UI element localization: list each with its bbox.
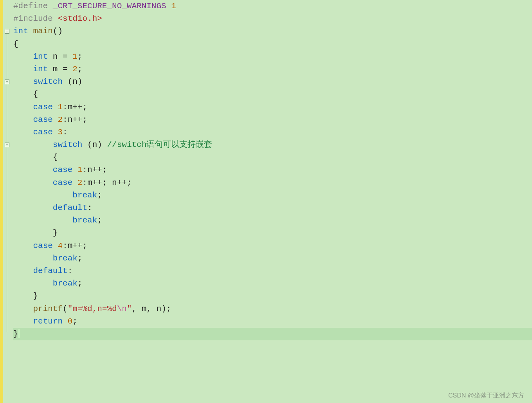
number-literal: 2 <box>78 178 83 187</box>
code-line[interactable]: { <box>13 88 532 101</box>
code-line[interactable]: } <box>13 290 532 302</box>
code-line[interactable]: switch (n) <box>13 76 532 88</box>
number-literal: 2 <box>58 115 63 124</box>
keyword: case <box>33 103 52 112</box>
number-literal: 1 <box>78 165 83 174</box>
code-line[interactable]: { <box>13 38 532 51</box>
code-line[interactable]: int m = 2; <box>13 63 532 76</box>
brace: } <box>53 228 58 237</box>
space <box>72 165 78 174</box>
text: :n++; <box>82 165 107 174</box>
fold-guide-line <box>7 34 7 332</box>
number-literal: 1 <box>171 2 176 11</box>
code-line[interactable]: return 0; <box>13 315 532 328</box>
text: , m, n); <box>132 304 171 313</box>
text: (n) <box>82 140 107 149</box>
text: :m++; n++; <box>82 178 132 187</box>
number-literal: 2 <box>72 65 78 74</box>
code-line[interactable]: break; <box>13 252 532 265</box>
code-line[interactable]: int n = 1; <box>13 51 532 63</box>
number-literal: 1 <box>58 103 63 112</box>
brace: } <box>13 329 18 338</box>
string-literal: "m=%d,n=%d <box>68 304 117 313</box>
text: : <box>87 203 92 212</box>
keyword: break <box>53 254 78 263</box>
code-area[interactable]: #define _CRT_SECURE_NO_WARNINGS 1 #inclu… <box>11 0 532 403</box>
keyword: switch <box>53 140 83 149</box>
code-line[interactable]: case 1:n++; <box>13 164 532 176</box>
keyword: default <box>53 203 87 212</box>
keyword: return <box>33 317 63 326</box>
code-line[interactable]: case 1:m++; <box>13 101 532 114</box>
keyword: case <box>53 165 72 174</box>
string-literal: " <box>127 304 132 313</box>
keyword: int <box>33 65 48 74</box>
code-line[interactable]: { <box>13 151 532 164</box>
escape-sequence: \n <box>117 304 127 313</box>
fold-toggle-icon[interactable]: − <box>5 80 9 84</box>
fold-toggle-icon[interactable]: − <box>5 29 9 34</box>
brace: { <box>33 90 38 99</box>
function-name: main <box>28 27 53 36</box>
comment: //switch语句可以支持嵌套 <box>107 140 212 149</box>
number-literal: 3 <box>58 128 63 137</box>
macro-name: _CRT_SECURE_NO_WARNINGS <box>53 2 171 11</box>
keyword: break <box>72 216 97 225</box>
code-line[interactable]: #define _CRT_SECURE_NO_WARNINGS 1 <box>13 0 532 13</box>
keyword: int <box>13 27 28 36</box>
fold-gutter: − − − <box>3 0 11 403</box>
space <box>63 317 68 326</box>
punct: ; <box>97 191 102 200</box>
code-line[interactable]: #include <stdio.h> <box>13 13 532 25</box>
text: :m++; <box>63 241 87 250</box>
code-line[interactable]: break; <box>13 277 532 290</box>
text: n = <box>48 52 72 61</box>
modification-indicator <box>0 0 3 403</box>
code-line-current[interactable]: } <box>13 328 532 340</box>
code-line[interactable]: default: <box>13 202 532 214</box>
code-line[interactable]: printf("m=%d,n=%d\n", m, n); <box>13 303 532 315</box>
code-line[interactable]: int main() <box>13 25 532 38</box>
code-line[interactable]: case 4:m++; <box>13 240 532 252</box>
number-literal: 0 <box>68 317 73 326</box>
punct: ; <box>78 65 83 74</box>
text: :n++; <box>63 115 87 124</box>
space <box>53 241 58 250</box>
keyword: switch <box>33 77 63 86</box>
code-line[interactable]: break; <box>13 214 532 227</box>
code-line[interactable]: default: <box>13 265 532 277</box>
punct: ; <box>72 317 78 326</box>
code-line[interactable]: } <box>13 227 532 239</box>
keyword: break <box>72 191 97 200</box>
preprocessor-directive: #include <box>13 14 58 23</box>
code-line[interactable]: case 2:n++; <box>13 114 532 126</box>
number-literal: 4 <box>58 241 63 250</box>
text: m = <box>48 65 72 74</box>
punct: ; <box>97 216 102 225</box>
brace: { <box>13 40 18 49</box>
keyword: case <box>53 178 72 187</box>
preprocessor-directive: #define <box>13 2 53 11</box>
code-line[interactable]: break; <box>13 189 532 202</box>
number-literal: 1 <box>72 52 78 61</box>
code-line[interactable]: case 3: <box>13 126 532 139</box>
function-name: printf <box>33 304 63 313</box>
keyword: case <box>33 115 52 124</box>
keyword: int <box>33 52 48 61</box>
punct: ; <box>78 254 83 263</box>
include-header: <stdio.h> <box>58 14 102 23</box>
punct: ; <box>78 52 83 61</box>
keyword: case <box>33 128 52 137</box>
fold-toggle-icon[interactable]: − <box>5 143 9 147</box>
code-line[interactable]: case 2:m++; n++; <box>13 177 532 189</box>
text: (n) <box>63 77 82 86</box>
keyword: break <box>53 279 78 288</box>
keyword: default <box>33 266 67 275</box>
text: :m++; <box>63 103 87 112</box>
text: : <box>63 128 68 137</box>
brace: } <box>33 291 38 300</box>
code-line[interactable]: switch (n) //switch语句可以支持嵌套 <box>13 139 532 151</box>
keyword: case <box>33 241 52 250</box>
code-editor: − − − #define _CRT_SECURE_NO_WARNINGS 1 … <box>0 0 532 403</box>
punct: () <box>53 27 63 36</box>
